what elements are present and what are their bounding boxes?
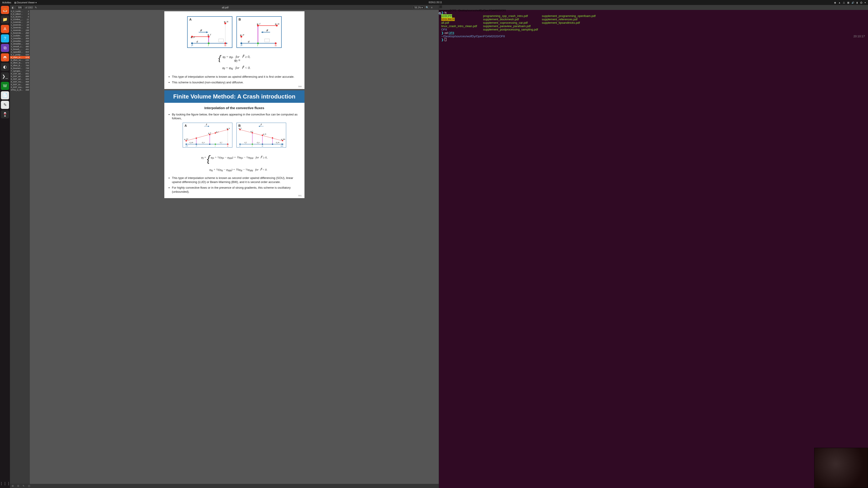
page-view[interactable]: A — [30, 10, 439, 484]
outline-item[interactable]: 7_1progra…773 — [10, 70, 30, 72]
outline-item[interactable]: 6_1fvm_cr…578 — [10, 56, 30, 59]
outline-item[interactable]: 8_3OF_adv…926 — [10, 78, 30, 80]
svg-text:d: d — [196, 40, 198, 43]
outline-item[interactable]: 1_3overvie…56 — [10, 26, 30, 29]
volume-icon: 🔊 — [851, 1, 854, 4]
outline-item[interactable]: 1_4overvie…158 — [10, 29, 30, 32]
svg-text:P: P — [191, 44, 193, 47]
outline-item[interactable]: 3_2meshin…340 — [10, 40, 30, 42]
svg-marker-13 — [206, 31, 208, 33]
wps-icon[interactable]: W — [1, 82, 9, 90]
outline-item[interactable]: 0_0_3conv…6 — [10, 15, 30, 18]
bullet-text: This type of interpolation scheme is kno… — [172, 75, 300, 79]
outline-item[interactable]: 4_1parallel…504 — [10, 51, 30, 53]
status-area[interactable]: ◉ ▲ ⧋ ▦ 🔊 ▮ ⏻ ▾ — [834, 1, 866, 4]
svg-text:N: N — [227, 145, 228, 147]
bookmark-icon[interactable]: ◫ — [28, 485, 31, 488]
svg-line-46 — [186, 130, 227, 141]
hamburger-icon[interactable]: ≡ — [430, 6, 433, 9]
svg-text:f: f — [252, 145, 252, 147]
svg-text:φ_N: φ_N — [275, 23, 279, 25]
svg-text:φ_f: φ_f — [208, 33, 211, 36]
svg-point-55 — [185, 143, 187, 145]
outline-item[interactable]: 3_1meshin…309 — [10, 37, 30, 40]
svg-text:N: N — [261, 145, 263, 147]
svg-text:d_n: d_n — [202, 142, 205, 143]
wine-icon[interactable]: 🍷 — [1, 110, 9, 119]
svg-text:φ_N: φ_N — [224, 20, 228, 23]
outline-item[interactable]: 0_0_2discl…3 — [10, 13, 30, 15]
svg-text:φ_N: φ_N — [227, 128, 230, 129]
outline-item[interactable]: 8_2OF_adv…888 — [10, 75, 30, 78]
svg-text:φ_f: φ_f — [216, 131, 218, 133]
doc-title: all.pdf — [39, 6, 411, 9]
equation-sou: φf = { φP + ½(φP − φPP) = ⅔φP − ½φPP for… — [169, 151, 300, 173]
outline-item[interactable]: 3_5mesh_…491 — [10, 48, 30, 51]
svg-text:φ_f: φ_f — [250, 131, 253, 132]
pdf-page-580: A — [164, 11, 305, 89]
outline-item[interactable]: 6_3fvm_st…674 — [10, 61, 30, 64]
svg-text:d_n: d_n — [257, 142, 259, 143]
vscode-icon[interactable]: ⧉ — [1, 44, 9, 52]
outline-item[interactable]: 6_4fvm_BC…700 — [10, 64, 30, 67]
svg-text:F̊: F̊ — [206, 124, 207, 126]
wifi-icon: ⧋ — [843, 1, 845, 4]
outline-item[interactable]: 2_1solidm…282 — [10, 34, 30, 37]
obs-icon[interactable]: ◓ — [1, 53, 9, 61]
svg-text:d_f: d_f — [244, 142, 247, 143]
app-menu[interactable]: ▤ Document Viewer ▾ — [14, 1, 36, 4]
outline-item[interactable]: 0_1Online_…11 — [10, 18, 30, 21]
outline-item[interactable]: 8_5OF_sou…980 — [10, 83, 30, 86]
clock[interactable]: 8月6日 20:11 — [37, 1, 834, 4]
terminal-icon[interactable]: ❯_ — [1, 72, 9, 80]
outline-item[interactable]: 8_4OF_mo…968 — [10, 80, 30, 83]
obs2-icon[interactable]: ◐ — [1, 63, 9, 71]
webcam-overlay — [814, 448, 868, 488]
outline-item[interactable]: 5_1_postp…526 — [10, 53, 30, 56]
new-tab-icon[interactable]: ⊞ — [439, 5, 442, 8]
firefox-icon[interactable]: 🦊 — [1, 6, 9, 14]
view-list-icon[interactable]: ☰ — [17, 485, 20, 488]
search-icon[interactable]: 🔍 — [426, 6, 429, 9]
outline-sidebar[interactable]: 0_0_1onlin…10_0_2discl…30_0_3conv…60_1On… — [10, 10, 30, 484]
bullet-text: This scheme is bounded (non-oscillatory)… — [172, 80, 300, 85]
svg-point-85 — [239, 143, 241, 145]
page-total-label: of 1002 — [25, 6, 33, 9]
doc-toolbar: ◧ of 1002 ✎ all.pdf 56.1% ▾ 🔍 ≡ — [10, 5, 439, 10]
evince-icon[interactable]: 📄 — [1, 91, 9, 99]
outline-item[interactable]: 1_2overvie…24 — [10, 24, 30, 26]
page-number-label: 581 — [298, 195, 302, 197]
svg-text:d_f: d_f — [220, 142, 222, 143]
svg-text:NN: NN — [281, 145, 283, 147]
svg-point-50 — [185, 140, 187, 141]
zoom-dropdown[interactable]: 56.1% ▾ — [413, 6, 424, 9]
outline-item[interactable]: 8_1OF_adv…831 — [10, 72, 30, 75]
outline-item[interactable]: 1_1overvie…15 — [10, 21, 30, 24]
sidebar-toggle-icon[interactable]: ◧ — [11, 6, 14, 9]
outline-item[interactable]: 0_0_1onlin…1 — [10, 10, 30, 13]
show-apps-icon[interactable]: ⋮⋮⋮ — [0, 482, 10, 488]
outline-item[interactable]: 3_4mesh_c…480 — [10, 45, 30, 48]
outline-item[interactable]: 3_3meshin…368 — [10, 42, 30, 45]
outline-item[interactable]: 9This_is_th…998 — [10, 89, 30, 91]
annotate-icon[interactable]: ✎ — [23, 485, 26, 488]
svg-marker-91 — [258, 126, 260, 127]
text-icon[interactable]: ✎ — [1, 101, 9, 109]
bullet-text: By looking the figure below, the face va… — [172, 112, 300, 121]
outline-item[interactable]: 8_6OF_scal…990 — [10, 86, 30, 89]
outline-item[interactable]: 6_5numeri…728 — [10, 67, 30, 70]
view-grid-icon[interactable]: ⊞ — [12, 485, 15, 488]
help-icon[interactable]: ? — [1, 34, 9, 42]
terminal-body[interactable]: ❯ ls 103CPPprogramming_cpp_crash_intro.p… — [439, 10, 868, 488]
edit-icon[interactable]: ✎ — [34, 6, 37, 9]
svg-text:φ_f: φ_f — [257, 23, 260, 25]
page-number-input[interactable] — [16, 6, 24, 9]
outline-item[interactable]: 6_2fvm_so…636 — [10, 59, 30, 61]
svg-text:F: F — [200, 29, 202, 32]
software-icon[interactable]: A — [1, 25, 9, 33]
svg-point-89 — [282, 143, 283, 145]
files-icon[interactable]: 📁 — [1, 15, 9, 24]
svg-point-52 — [209, 134, 210, 135]
activities-button[interactable]: Activities — [2, 1, 11, 4]
outline-item[interactable]: 1_5overvie…200 — [10, 32, 30, 34]
